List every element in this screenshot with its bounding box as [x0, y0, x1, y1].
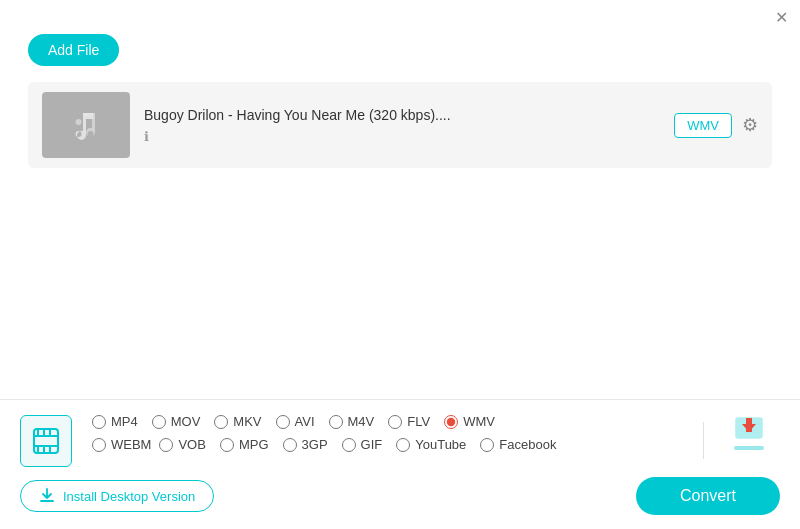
radio-mp4[interactable]: [92, 415, 106, 429]
format-option-vob[interactable]: VOB: [159, 437, 205, 452]
format-option-avi[interactable]: AVI: [276, 414, 315, 429]
file-thumbnail: [42, 92, 130, 158]
radio-facebook[interactable]: [480, 438, 494, 452]
download-icon: [39, 488, 55, 504]
file-info: Bugoy Drilon - Having You Near Me (320 k…: [144, 107, 660, 144]
format-option-youtube[interactable]: YouTube: [396, 437, 466, 452]
svg-rect-2: [34, 445, 58, 447]
radio-flv[interactable]: [388, 415, 402, 429]
radio-wmv[interactable]: [444, 415, 458, 429]
music-icon: [68, 107, 104, 143]
settings-icon[interactable]: ⚙: [742, 114, 758, 136]
format-icon-box: [20, 415, 72, 467]
svg-rect-12: [734, 446, 764, 450]
svg-rect-1: [34, 435, 58, 437]
close-button[interactable]: ✕: [775, 8, 788, 28]
radio-mpg[interactable]: [220, 438, 234, 452]
format-option-gif[interactable]: GIF: [342, 437, 383, 452]
format-badge-button[interactable]: WMV: [674, 113, 732, 138]
svg-rect-5: [49, 429, 51, 435]
format-option-m4v[interactable]: M4V: [329, 414, 375, 429]
format-option-webm[interactable]: WEBM: [92, 437, 151, 452]
install-desktop-button[interactable]: Install Desktop Version: [20, 480, 214, 512]
install-desktop-label: Install Desktop Version: [63, 489, 195, 504]
format-option-facebook[interactable]: Facebook: [480, 437, 556, 452]
add-file-button[interactable]: Add File: [28, 34, 119, 66]
main-content: Add File Bugoy Drilon - Having You Near …: [0, 28, 800, 399]
svg-rect-6: [37, 447, 39, 453]
format-option-3gp[interactable]: 3GP: [283, 437, 328, 452]
radio-m4v[interactable]: [329, 415, 343, 429]
svg-rect-8: [49, 447, 51, 453]
format-options: MP4 MOV MKV AVI M4V FLV WM: [0, 400, 800, 477]
bottom-panel: MP4 MOV MKV AVI M4V FLV WM: [0, 399, 800, 529]
radio-vob[interactable]: [159, 438, 173, 452]
svg-rect-7: [43, 447, 45, 453]
convert-button[interactable]: Convert: [636, 477, 780, 515]
svg-rect-4: [43, 429, 45, 435]
radio-avi[interactable]: [276, 415, 290, 429]
title-bar: ✕: [0, 0, 800, 28]
radio-mkv[interactable]: [214, 415, 228, 429]
radio-gif[interactable]: [342, 438, 356, 452]
format-option-mov[interactable]: MOV: [152, 414, 201, 429]
bottom-action-bar: Install Desktop Version Convert: [0, 477, 800, 529]
radio-3gp[interactable]: [283, 438, 297, 452]
radio-webm[interactable]: [92, 438, 106, 452]
file-actions: WMV ⚙: [674, 113, 758, 138]
film-icon: [32, 427, 60, 455]
radio-mov[interactable]: [152, 415, 166, 429]
svg-rect-11: [746, 418, 752, 432]
format-option-mp4[interactable]: MP4: [92, 414, 138, 429]
download-arrow-icon: [728, 414, 770, 456]
radio-youtube[interactable]: [396, 438, 410, 452]
format-option-flv[interactable]: FLV: [388, 414, 430, 429]
svg-rect-3: [37, 429, 39, 435]
vertical-divider: [703, 422, 704, 459]
format-option-wmv[interactable]: WMV: [444, 414, 495, 429]
format-option-mkv[interactable]: MKV: [214, 414, 261, 429]
format-option-mpg[interactable]: MPG: [220, 437, 269, 452]
file-item: Bugoy Drilon - Having You Near Me (320 k…: [28, 82, 772, 168]
file-name: Bugoy Drilon - Having You Near Me (320 k…: [144, 107, 660, 123]
info-icon[interactable]: ℹ: [144, 129, 660, 144]
download-icon-area[interactable]: [718, 414, 780, 456]
